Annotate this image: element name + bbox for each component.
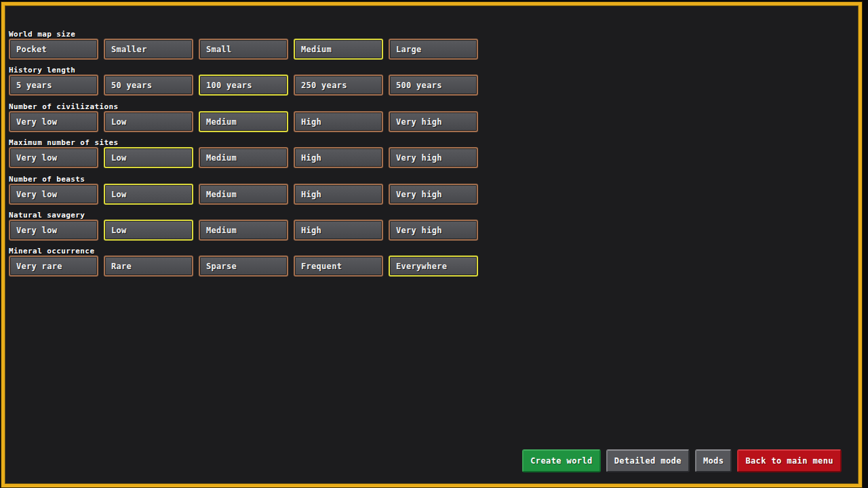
option-button[interactable]: 100 years [199, 75, 288, 96]
setting-maximum-number-of-sites: Maximum number of sites Very low Low Med… [9, 138, 478, 168]
setting-label: Number of beasts [9, 175, 478, 184]
option-button[interactable]: Very high [389, 147, 478, 168]
option-button[interactable]: Very high [389, 111, 478, 132]
option-button[interactable]: Very low [9, 111, 98, 132]
option-button[interactable]: Smaller [104, 39, 193, 60]
option-button[interactable]: Medium [294, 39, 383, 60]
option-button[interactable]: High [294, 184, 383, 205]
option-button[interactable]: Very low [9, 184, 98, 205]
option-button[interactable]: High [294, 220, 383, 241]
option-button[interactable]: 500 years [389, 75, 478, 96]
option-row: 5 years 50 years 100 years 250 years 500… [9, 75, 478, 96]
option-row: Very low Low Medium High Very high [9, 220, 478, 241]
option-row: Very low Low Medium High Very high [9, 111, 478, 132]
setting-number-of-civilizations: Number of civilizations Very low Low Med… [9, 102, 478, 132]
create-world-button[interactable]: Create world [522, 449, 601, 472]
setting-world-map-size: World map size Pocket Smaller Small Medi… [9, 30, 478, 60]
option-button[interactable]: Low [104, 111, 193, 132]
detailed-mode-button[interactable]: Detailed mode [606, 449, 690, 472]
option-button[interactable]: Rare [104, 256, 193, 277]
setting-number-of-beasts: Number of beasts Very low Low Medium Hig… [9, 175, 478, 205]
option-button[interactable]: Low [104, 184, 193, 205]
option-button[interactable]: 5 years [9, 75, 98, 96]
option-row: Very low Low Medium High Very high [9, 184, 478, 205]
option-button[interactable]: Sparse [199, 256, 288, 277]
option-button[interactable]: Small [199, 39, 288, 60]
option-button[interactable]: Low [104, 147, 193, 168]
setting-label: Maximum number of sites [9, 138, 478, 147]
footer-actions: Create world Detailed mode Mods Back to … [522, 449, 842, 472]
option-button[interactable]: Very high [389, 220, 478, 241]
setting-label: World map size [9, 30, 478, 39]
option-button[interactable]: High [294, 147, 383, 168]
option-button[interactable]: Very high [389, 184, 478, 205]
setting-mineral-occurrence: Mineral occurrence Very rare Rare Sparse… [9, 247, 478, 277]
option-row: Very low Low Medium High Very high [9, 147, 478, 168]
option-row: Very rare Rare Sparse Frequent Everywher… [9, 256, 478, 277]
option-button[interactable]: Medium [199, 220, 288, 241]
setting-label: Mineral occurrence [9, 247, 478, 256]
option-button[interactable]: Medium [199, 111, 288, 132]
option-button[interactable]: Medium [199, 147, 288, 168]
option-button[interactable]: Very low [9, 147, 98, 168]
setting-label: Natural savagery [9, 211, 478, 220]
option-button[interactable]: Frequent [294, 256, 383, 277]
back-to-main-menu-button[interactable]: Back to main menu [737, 449, 842, 472]
option-button[interactable]: Low [104, 220, 193, 241]
option-button[interactable]: 250 years [294, 75, 383, 96]
option-button[interactable]: Pocket [9, 39, 98, 60]
mods-button[interactable]: Mods [695, 449, 732, 472]
option-button[interactable]: Everywhere [389, 256, 478, 277]
option-button[interactable]: 50 years [104, 75, 193, 96]
option-button[interactable]: Very low [9, 220, 98, 241]
setting-label: Number of civilizations [9, 102, 478, 111]
setting-label: History length [9, 66, 478, 75]
option-button[interactable]: Very rare [9, 256, 98, 277]
option-button[interactable]: High [294, 111, 383, 132]
setting-history-length: History length 5 years 50 years 100 year… [9, 66, 478, 96]
option-row: Pocket Smaller Small Medium Large [9, 39, 478, 60]
setting-natural-savagery: Natural savagery Very low Low Medium Hig… [9, 211, 478, 241]
option-button[interactable]: Large [389, 39, 478, 60]
option-button[interactable]: Medium [199, 184, 288, 205]
